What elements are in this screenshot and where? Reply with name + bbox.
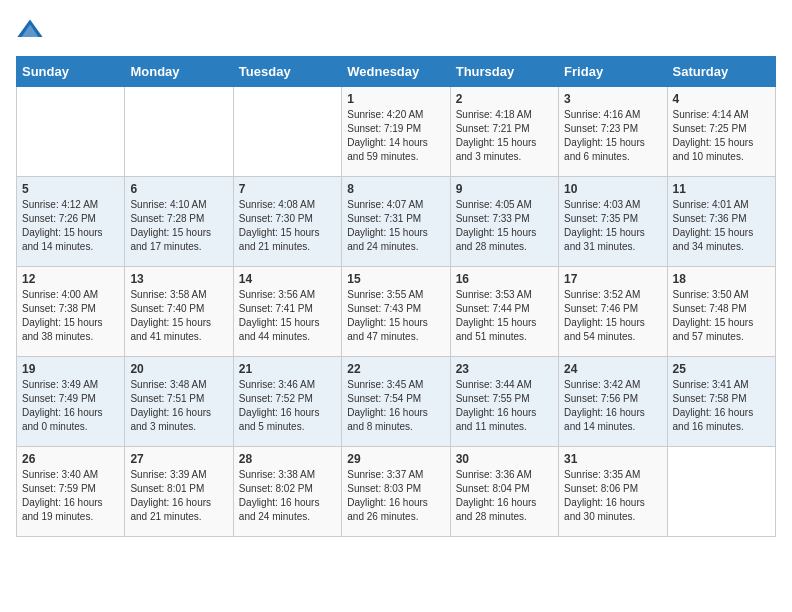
calendar-cell: 23Sunrise: 3:44 AM Sunset: 7:55 PM Dayli… bbox=[450, 357, 558, 447]
day-number: 10 bbox=[564, 182, 661, 196]
logo-icon bbox=[16, 16, 44, 44]
day-number: 17 bbox=[564, 272, 661, 286]
day-number: 2 bbox=[456, 92, 553, 106]
weekday-header-sunday: Sunday bbox=[17, 57, 125, 87]
day-info: Sunrise: 3:37 AM Sunset: 8:03 PM Dayligh… bbox=[347, 468, 444, 524]
calendar-cell: 6Sunrise: 4:10 AM Sunset: 7:28 PM Daylig… bbox=[125, 177, 233, 267]
day-info: Sunrise: 3:38 AM Sunset: 8:02 PM Dayligh… bbox=[239, 468, 336, 524]
calendar-cell: 18Sunrise: 3:50 AM Sunset: 7:48 PM Dayli… bbox=[667, 267, 775, 357]
day-info: Sunrise: 3:42 AM Sunset: 7:56 PM Dayligh… bbox=[564, 378, 661, 434]
day-info: Sunrise: 4:01 AM Sunset: 7:36 PM Dayligh… bbox=[673, 198, 770, 254]
day-info: Sunrise: 4:07 AM Sunset: 7:31 PM Dayligh… bbox=[347, 198, 444, 254]
day-info: Sunrise: 4:14 AM Sunset: 7:25 PM Dayligh… bbox=[673, 108, 770, 164]
day-number: 13 bbox=[130, 272, 227, 286]
week-row-3: 12Sunrise: 4:00 AM Sunset: 7:38 PM Dayli… bbox=[17, 267, 776, 357]
day-number: 9 bbox=[456, 182, 553, 196]
day-number: 15 bbox=[347, 272, 444, 286]
day-info: Sunrise: 3:50 AM Sunset: 7:48 PM Dayligh… bbox=[673, 288, 770, 344]
day-info: Sunrise: 3:45 AM Sunset: 7:54 PM Dayligh… bbox=[347, 378, 444, 434]
day-number: 23 bbox=[456, 362, 553, 376]
calendar-cell: 11Sunrise: 4:01 AM Sunset: 7:36 PM Dayli… bbox=[667, 177, 775, 267]
day-number: 26 bbox=[22, 452, 119, 466]
week-row-5: 26Sunrise: 3:40 AM Sunset: 7:59 PM Dayli… bbox=[17, 447, 776, 537]
calendar-cell: 9Sunrise: 4:05 AM Sunset: 7:33 PM Daylig… bbox=[450, 177, 558, 267]
calendar-cell bbox=[233, 87, 341, 177]
day-info: Sunrise: 4:20 AM Sunset: 7:19 PM Dayligh… bbox=[347, 108, 444, 164]
day-info: Sunrise: 4:10 AM Sunset: 7:28 PM Dayligh… bbox=[130, 198, 227, 254]
day-number: 16 bbox=[456, 272, 553, 286]
day-info: Sunrise: 3:55 AM Sunset: 7:43 PM Dayligh… bbox=[347, 288, 444, 344]
day-number: 1 bbox=[347, 92, 444, 106]
day-number: 8 bbox=[347, 182, 444, 196]
calendar-cell: 1Sunrise: 4:20 AM Sunset: 7:19 PM Daylig… bbox=[342, 87, 450, 177]
calendar-cell bbox=[17, 87, 125, 177]
day-number: 6 bbox=[130, 182, 227, 196]
day-number: 25 bbox=[673, 362, 770, 376]
day-info: Sunrise: 4:16 AM Sunset: 7:23 PM Dayligh… bbox=[564, 108, 661, 164]
calendar-cell: 2Sunrise: 4:18 AM Sunset: 7:21 PM Daylig… bbox=[450, 87, 558, 177]
calendar-cell: 10Sunrise: 4:03 AM Sunset: 7:35 PM Dayli… bbox=[559, 177, 667, 267]
day-number: 29 bbox=[347, 452, 444, 466]
calendar-cell: 26Sunrise: 3:40 AM Sunset: 7:59 PM Dayli… bbox=[17, 447, 125, 537]
weekday-header-wednesday: Wednesday bbox=[342, 57, 450, 87]
day-info: Sunrise: 4:05 AM Sunset: 7:33 PM Dayligh… bbox=[456, 198, 553, 254]
logo bbox=[16, 16, 48, 44]
day-number: 19 bbox=[22, 362, 119, 376]
calendar-cell: 24Sunrise: 3:42 AM Sunset: 7:56 PM Dayli… bbox=[559, 357, 667, 447]
day-number: 27 bbox=[130, 452, 227, 466]
day-info: Sunrise: 4:08 AM Sunset: 7:30 PM Dayligh… bbox=[239, 198, 336, 254]
weekday-header-thursday: Thursday bbox=[450, 57, 558, 87]
day-info: Sunrise: 4:12 AM Sunset: 7:26 PM Dayligh… bbox=[22, 198, 119, 254]
day-info: Sunrise: 3:35 AM Sunset: 8:06 PM Dayligh… bbox=[564, 468, 661, 524]
weekday-header-row: SundayMondayTuesdayWednesdayThursdayFrid… bbox=[17, 57, 776, 87]
calendar-cell: 29Sunrise: 3:37 AM Sunset: 8:03 PM Dayli… bbox=[342, 447, 450, 537]
day-info: Sunrise: 3:46 AM Sunset: 7:52 PM Dayligh… bbox=[239, 378, 336, 434]
day-number: 24 bbox=[564, 362, 661, 376]
calendar-cell bbox=[667, 447, 775, 537]
day-number: 7 bbox=[239, 182, 336, 196]
calendar-cell: 31Sunrise: 3:35 AM Sunset: 8:06 PM Dayli… bbox=[559, 447, 667, 537]
calendar-cell: 22Sunrise: 3:45 AM Sunset: 7:54 PM Dayli… bbox=[342, 357, 450, 447]
day-number: 5 bbox=[22, 182, 119, 196]
day-number: 22 bbox=[347, 362, 444, 376]
day-info: Sunrise: 4:03 AM Sunset: 7:35 PM Dayligh… bbox=[564, 198, 661, 254]
calendar-cell: 7Sunrise: 4:08 AM Sunset: 7:30 PM Daylig… bbox=[233, 177, 341, 267]
weekday-header-friday: Friday bbox=[559, 57, 667, 87]
week-row-1: 1Sunrise: 4:20 AM Sunset: 7:19 PM Daylig… bbox=[17, 87, 776, 177]
day-info: Sunrise: 3:58 AM Sunset: 7:40 PM Dayligh… bbox=[130, 288, 227, 344]
day-info: Sunrise: 4:00 AM Sunset: 7:38 PM Dayligh… bbox=[22, 288, 119, 344]
day-info: Sunrise: 3:49 AM Sunset: 7:49 PM Dayligh… bbox=[22, 378, 119, 434]
calendar-cell: 20Sunrise: 3:48 AM Sunset: 7:51 PM Dayli… bbox=[125, 357, 233, 447]
week-row-4: 19Sunrise: 3:49 AM Sunset: 7:49 PM Dayli… bbox=[17, 357, 776, 447]
calendar-cell: 13Sunrise: 3:58 AM Sunset: 7:40 PM Dayli… bbox=[125, 267, 233, 357]
day-info: Sunrise: 3:36 AM Sunset: 8:04 PM Dayligh… bbox=[456, 468, 553, 524]
day-info: Sunrise: 3:52 AM Sunset: 7:46 PM Dayligh… bbox=[564, 288, 661, 344]
day-number: 31 bbox=[564, 452, 661, 466]
calendar-table: SundayMondayTuesdayWednesdayThursdayFrid… bbox=[16, 56, 776, 537]
calendar-cell bbox=[125, 87, 233, 177]
calendar-cell: 28Sunrise: 3:38 AM Sunset: 8:02 PM Dayli… bbox=[233, 447, 341, 537]
calendar-cell: 15Sunrise: 3:55 AM Sunset: 7:43 PM Dayli… bbox=[342, 267, 450, 357]
day-info: Sunrise: 3:40 AM Sunset: 7:59 PM Dayligh… bbox=[22, 468, 119, 524]
day-number: 14 bbox=[239, 272, 336, 286]
day-number: 12 bbox=[22, 272, 119, 286]
calendar-cell: 3Sunrise: 4:16 AM Sunset: 7:23 PM Daylig… bbox=[559, 87, 667, 177]
day-info: Sunrise: 3:48 AM Sunset: 7:51 PM Dayligh… bbox=[130, 378, 227, 434]
calendar-cell: 14Sunrise: 3:56 AM Sunset: 7:41 PM Dayli… bbox=[233, 267, 341, 357]
calendar-cell: 16Sunrise: 3:53 AM Sunset: 7:44 PM Dayli… bbox=[450, 267, 558, 357]
calendar-cell: 5Sunrise: 4:12 AM Sunset: 7:26 PM Daylig… bbox=[17, 177, 125, 267]
page-header bbox=[16, 16, 776, 44]
day-number: 18 bbox=[673, 272, 770, 286]
calendar-cell: 25Sunrise: 3:41 AM Sunset: 7:58 PM Dayli… bbox=[667, 357, 775, 447]
day-number: 3 bbox=[564, 92, 661, 106]
day-info: Sunrise: 3:41 AM Sunset: 7:58 PM Dayligh… bbox=[673, 378, 770, 434]
day-info: Sunrise: 3:53 AM Sunset: 7:44 PM Dayligh… bbox=[456, 288, 553, 344]
day-info: Sunrise: 3:56 AM Sunset: 7:41 PM Dayligh… bbox=[239, 288, 336, 344]
day-info: Sunrise: 4:18 AM Sunset: 7:21 PM Dayligh… bbox=[456, 108, 553, 164]
weekday-header-saturday: Saturday bbox=[667, 57, 775, 87]
day-number: 30 bbox=[456, 452, 553, 466]
weekday-header-tuesday: Tuesday bbox=[233, 57, 341, 87]
week-row-2: 5Sunrise: 4:12 AM Sunset: 7:26 PM Daylig… bbox=[17, 177, 776, 267]
day-info: Sunrise: 3:44 AM Sunset: 7:55 PM Dayligh… bbox=[456, 378, 553, 434]
calendar-cell: 4Sunrise: 4:14 AM Sunset: 7:25 PM Daylig… bbox=[667, 87, 775, 177]
